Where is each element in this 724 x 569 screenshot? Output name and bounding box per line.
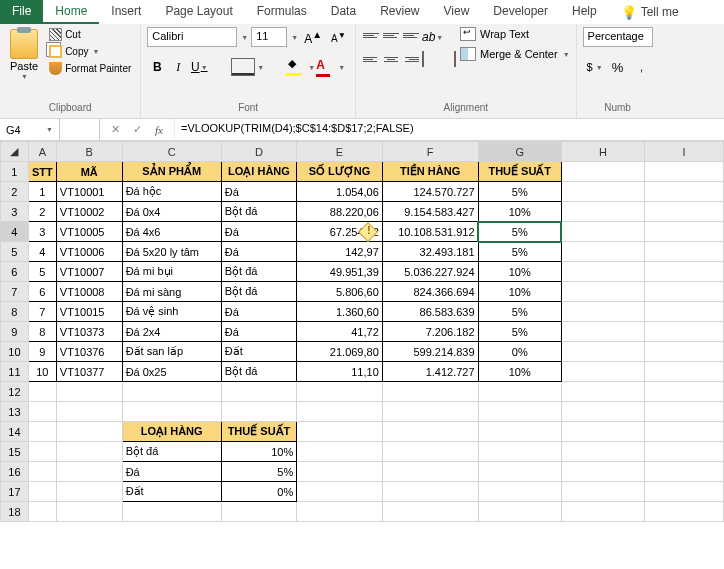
cell[interactable]: 32.493.181 (382, 242, 478, 262)
cell[interactable] (644, 242, 723, 262)
cell[interactable]: 10.108.531.912 (382, 222, 478, 242)
cell[interactable]: MÃ (56, 162, 122, 182)
cell[interactable]: Đá 0x25 (122, 362, 221, 382)
align-middle-button[interactable] (382, 27, 400, 43)
cell[interactable]: Đá hộc (122, 182, 221, 202)
cell[interactable]: TIỀN HÀNG (382, 162, 478, 182)
cell[interactable]: THUẾ SUẤT (221, 422, 296, 442)
row-header[interactable]: 3 (1, 202, 29, 222)
row-header[interactable]: 17 (1, 482, 29, 502)
cell[interactable]: Đá mi sàng (122, 282, 221, 302)
enter-formula-button[interactable]: ✓ (126, 123, 148, 136)
col-header[interactable]: E (297, 142, 383, 162)
cell[interactable]: 1 (28, 182, 56, 202)
cell[interactable]: VT10001 (56, 182, 122, 202)
cell[interactable]: Đá 4x6 (122, 222, 221, 242)
cell[interactable] (561, 362, 644, 382)
fill-color-button[interactable] (286, 58, 306, 76)
grow-font-button[interactable]: A▲ (301, 29, 325, 46)
cell[interactable]: Đá (221, 242, 296, 262)
cell[interactable] (644, 342, 723, 362)
cell[interactable] (561, 242, 644, 262)
cell[interactable] (644, 322, 723, 342)
cell[interactable]: 5.806,60 (297, 282, 383, 302)
orientation-button[interactable]: ab▼ (422, 27, 443, 47)
format-painter-button[interactable]: Format Painter (46, 61, 134, 76)
cell[interactable] (561, 342, 644, 362)
cell[interactable]: 86.583.639 (382, 302, 478, 322)
merge-center-button[interactable]: Merge & Center▼ (460, 47, 570, 61)
select-all-corner[interactable]: ◢ (1, 142, 29, 162)
cell[interactable]: 3 (28, 222, 56, 242)
cell[interactable]: Đá vệ sinh (122, 302, 221, 322)
cell[interactable]: 5% (478, 322, 561, 342)
col-header[interactable]: H (561, 142, 644, 162)
increase-indent-button[interactable] (440, 51, 456, 67)
cell[interactable]: 4 (28, 242, 56, 262)
row-header[interactable]: 4 (1, 222, 29, 242)
tab-help[interactable]: Help (560, 0, 609, 24)
font-size-select[interactable]: 11 (251, 27, 287, 47)
cell[interactable] (561, 162, 644, 182)
cell[interactable]: LOẠI HÀNG (122, 422, 221, 442)
col-header[interactable]: B (56, 142, 122, 162)
cell[interactable]: Bột đá (221, 282, 296, 302)
cell[interactable]: Đá 5x20 ly tâm (122, 242, 221, 262)
row-header[interactable]: 5 (1, 242, 29, 262)
cell[interactable]: Đá (122, 462, 221, 482)
cell[interactable] (561, 202, 644, 222)
cell[interactable]: 10% (478, 362, 561, 382)
cell[interactable]: Bột đá (221, 262, 296, 282)
cell[interactable] (561, 262, 644, 282)
wrap-text-button[interactable]: Wrap Text (460, 27, 570, 41)
cell[interactable] (561, 302, 644, 322)
row-header[interactable]: 2 (1, 182, 29, 202)
cell[interactable] (561, 222, 644, 242)
cell[interactable]: 599.214.839 (382, 342, 478, 362)
cell[interactable]: Đất (221, 342, 296, 362)
tab-developer[interactable]: Developer (481, 0, 560, 24)
cell[interactable]: 5% (478, 302, 561, 322)
cell[interactable]: VT10002 (56, 202, 122, 222)
cell[interactable]: 124.570.727 (382, 182, 478, 202)
cell[interactable]: STT (28, 162, 56, 182)
cell[interactable]: 11,10 (297, 362, 383, 382)
cell[interactable] (644, 162, 723, 182)
decrease-indent-button[interactable] (422, 51, 438, 67)
cell[interactable] (644, 222, 723, 242)
cell[interactable] (644, 202, 723, 222)
cell[interactable]: Đá 0x4 (122, 202, 221, 222)
cell[interactable] (644, 282, 723, 302)
align-left-button[interactable] (362, 51, 380, 67)
bold-button[interactable]: B (147, 57, 167, 77)
cancel-formula-button[interactable]: ✕ (104, 123, 126, 136)
italic-button[interactable]: I (168, 57, 188, 77)
row-header[interactable]: 9 (1, 322, 29, 342)
fx-button[interactable]: fx (148, 124, 170, 136)
cell[interactable]: Đá 2x4 (122, 322, 221, 342)
row-header[interactable]: 15 (1, 442, 29, 462)
tab-view[interactable]: View (432, 0, 482, 24)
border-button[interactable] (231, 58, 255, 76)
cell[interactable] (644, 182, 723, 202)
row-header[interactable]: 8 (1, 302, 29, 322)
align-right-button[interactable] (402, 51, 420, 67)
tab-home[interactable]: Home (43, 0, 99, 24)
col-header[interactable]: F (382, 142, 478, 162)
row-header[interactable]: 7 (1, 282, 29, 302)
cell[interactable]: 10% (478, 262, 561, 282)
row-header[interactable]: 10 (1, 342, 29, 362)
tab-review[interactable]: Review (368, 0, 431, 24)
cell[interactable]: Bột đá (221, 362, 296, 382)
worksheet-grid[interactable]: ◢ A B C D E F G H I 1 STT MÃ SẢN PHẨM LO… (0, 141, 724, 568)
cell[interactable]: 1.360,60 (297, 302, 383, 322)
cut-button[interactable]: Cut (46, 27, 134, 42)
tab-insert[interactable]: Insert (99, 0, 153, 24)
cell[interactable]: LOẠI HÀNG (221, 162, 296, 182)
cell[interactable]: THUẾ SUẤT (478, 162, 561, 182)
cell[interactable] (644, 262, 723, 282)
cell[interactable]: 5% (478, 182, 561, 202)
cell[interactable]: 10% (221, 442, 296, 462)
copy-button[interactable]: Copy▼ (46, 44, 134, 59)
cell[interactable]: 10% (478, 282, 561, 302)
